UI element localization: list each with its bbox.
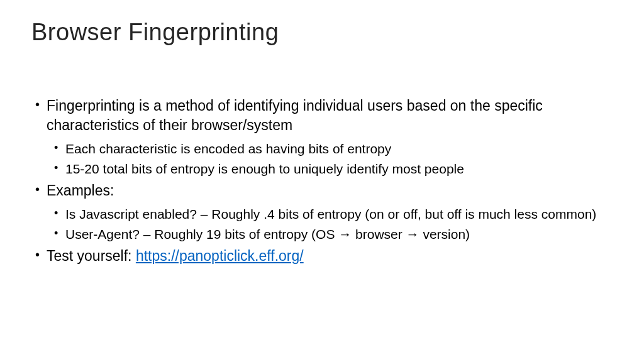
bullet-entropy-threshold: 15-20 total bits of entropy is enough to… [31, 160, 613, 178]
useragent-text-pre: User-Agent? – Roughly 19 bits of entropy… [65, 227, 338, 241]
bullet-entropy-encoding: Each characteristic is encoded as having… [31, 140, 613, 158]
bullet-useragent-example: User-Agent? – Roughly 19 bits of entropy… [31, 226, 613, 243]
slide-body: Fingerprinting is a method of identifyin… [31, 96, 613, 266]
useragent-text-post: version) [419, 227, 470, 241]
arrow-icon: → [406, 227, 419, 241]
bullet-fingerprinting-definition: Fingerprinting is a method of identifyin… [31, 96, 613, 135]
arrow-icon: → [338, 227, 352, 241]
bullet-javascript-example: Is Javascript enabled? – Roughly .4 bits… [31, 206, 613, 223]
bullet-examples-header: Examples: [31, 181, 613, 200]
test-yourself-label: Test yourself: [47, 248, 136, 264]
panopticlick-link[interactable]: https://panopticlick.eff.org/ [136, 248, 304, 264]
slide-title: Browser Fingerprinting [31, 19, 613, 46]
useragent-text-mid: browser [352, 227, 406, 241]
bullet-test-yourself: Test yourself: https://panopticlick.eff.… [31, 246, 613, 266]
